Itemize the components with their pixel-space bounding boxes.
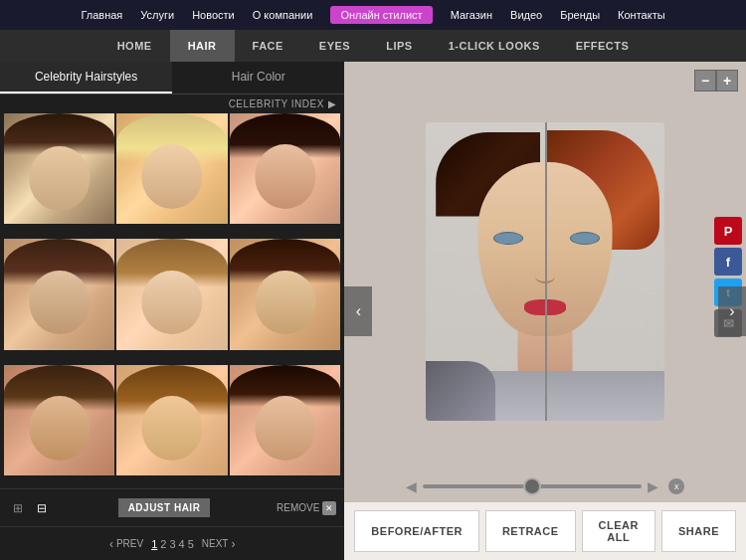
face-display-area: P f t ✉ (344, 62, 746, 470)
action-buttons-bar: BEFORE/AFTER RETRACE CLEAR ALL SHARE (344, 502, 746, 560)
pagination: ‹ PREV 1 2 3 4 5 NEXT › (0, 526, 344, 560)
celebrity-index-arrow: ▶ (328, 98, 337, 109)
tab-effects[interactable]: EFFECTS (558, 30, 648, 62)
tab-celebrity-hairstyles[interactable]: Celebrity Hairstyles (0, 62, 172, 93)
slider-right-arrow-icon[interactable]: ▶ (648, 478, 658, 494)
celebrity-item-9[interactable] (230, 365, 340, 475)
nav-brends[interactable]: Бренды (560, 9, 600, 21)
retrace-button[interactable]: RETRACE (485, 510, 576, 552)
page-1[interactable]: 1 (151, 538, 157, 550)
page-2[interactable]: 2 (160, 538, 166, 550)
celebrity-item-3[interactable] (230, 113, 340, 224)
main-content: Celebrity Hairstyles Hair Color CELEBRIT… (0, 62, 746, 560)
grid-small-view-icon[interactable]: ⊞ (8, 499, 28, 517)
nav-novosti[interactable]: Новости (192, 9, 235, 21)
nav-kontakty[interactable]: Контакты (618, 9, 665, 21)
panel-tabs: Celebrity Hairstyles Hair Color (0, 62, 344, 94)
slider-reset-button[interactable]: x (668, 478, 684, 494)
nav-next-button[interactable]: › (718, 286, 746, 336)
celebrity-index-bar[interactable]: CELEBRITY INDEX ▶ (0, 94, 344, 113)
opacity-slider-track[interactable] (423, 484, 642, 488)
nav-glavnaya[interactable]: Главная (81, 9, 122, 21)
page-numbers: 1 2 3 4 5 (151, 538, 194, 550)
celebrity-image-grid (0, 113, 344, 488)
zoom-in-button[interactable]: + (716, 70, 738, 92)
celebrity-item-5[interactable] (116, 239, 227, 349)
celebrity-item-6[interactable] (230, 239, 340, 349)
nav-video[interactable]: Видео (510, 9, 542, 21)
page-3[interactable]: 3 (169, 538, 175, 550)
next-button[interactable]: NEXT › (202, 537, 236, 551)
nav-prev-button[interactable]: ‹ (344, 286, 372, 336)
page-4[interactable]: 4 (179, 538, 185, 550)
tab-home[interactable]: HOME (99, 30, 170, 62)
celebrity-index-label: CELEBRITY INDEX (229, 98, 324, 109)
prev-label: PREV (116, 538, 143, 549)
tab-eyes[interactable]: EYES (301, 30, 368, 62)
left-panel: Celebrity Hairstyles Hair Color CELEBRIT… (0, 62, 344, 560)
top-navigation: Главная Услуги Новости О компании Онлайн… (0, 0, 746, 30)
zoom-out-button[interactable]: − (694, 70, 716, 92)
nav-magazin[interactable]: Магазин (451, 9, 492, 21)
celebrity-item-7[interactable] (4, 365, 114, 475)
tab-hair-color[interactable]: Hair Color (172, 62, 344, 93)
before-after-button[interactable]: BEFORE/AFTER (354, 510, 479, 552)
celebrity-item-4[interactable] (4, 239, 114, 349)
clear-all-button[interactable]: CLEAR ALL (582, 510, 655, 552)
facebook-icon[interactable]: f (714, 248, 742, 276)
grid-large-view-icon[interactable]: ⊟ (32, 499, 52, 517)
opacity-slider-thumb[interactable] (523, 477, 541, 495)
slider-left-arrow-icon[interactable]: ◀ (406, 478, 417, 494)
zoom-controls: − + (694, 70, 738, 92)
face-art (426, 122, 664, 421)
next-chevron-icon: › (231, 537, 235, 551)
tab-1click-looks[interactable]: 1-CLICK LOOKS (431, 30, 558, 62)
prev-chevron-icon: ‹ (109, 537, 113, 551)
next-label: NEXT (202, 538, 229, 549)
nav-uslugi[interactable]: Услуги (140, 9, 174, 21)
tab-hair[interactable]: HAIR (170, 30, 235, 62)
opacity-slider-container: ◀ ▶ x (344, 470, 746, 502)
right-panel: − + ‹ (344, 62, 746, 560)
nav-onlayn-stilist[interactable]: Онлайн стилист (330, 6, 432, 24)
pinterest-icon[interactable]: P (714, 217, 742, 245)
celebrity-item-8[interactable] (116, 365, 227, 475)
remove-x-icon[interactable]: ✕ (322, 501, 336, 515)
bottom-toolbar: ⊞ ⊟ ADJUST HAIR REMOVE ✕ (0, 488, 344, 526)
share-button[interactable]: SHARE (661, 510, 736, 552)
nav-o-kompanii[interactable]: О компании (253, 9, 313, 21)
page-5[interactable]: 5 (188, 538, 194, 550)
remove-label: REMOVE (277, 502, 319, 513)
tab-face[interactable]: FACE (235, 30, 301, 62)
adjust-hair-button[interactable]: ADJUST HAIR (118, 498, 211, 517)
secondary-navigation: HOME HAIR FACE EYES LIPS 1-CLICK LOOKS E… (0, 30, 746, 62)
celebrity-item-2[interactable] (116, 113, 227, 224)
remove-button[interactable]: REMOVE ✕ (277, 501, 336, 515)
prev-button[interactable]: ‹ PREV (109, 537, 143, 551)
before-after-divider (545, 122, 547, 421)
tab-lips[interactable]: LIPS (368, 30, 430, 62)
celebrity-item-1[interactable] (4, 113, 114, 224)
view-icons: ⊞ ⊟ (8, 499, 52, 517)
